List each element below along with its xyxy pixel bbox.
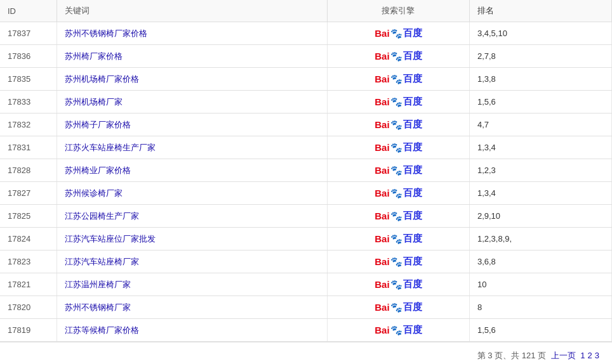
baidu-logo: Bai🐾百度 (335, 141, 462, 153)
baidu-du-text: 百度 (403, 301, 422, 313)
row-rank: 1,5,6 (469, 319, 611, 342)
baidu-du-text: 百度 (403, 119, 422, 131)
row-id: 17821 (0, 273, 57, 296)
keyword-link[interactable]: 江苏等候椅厂家价格 (65, 325, 139, 335)
row-id: 17824 (0, 228, 57, 250)
keyword-link[interactable]: 苏州椅业厂家价格 (65, 166, 131, 175)
keyword-link[interactable]: 江苏汽车站座椅厂家 (65, 257, 139, 266)
baidu-bai-text: Bai (375, 302, 389, 313)
row-rank: 10 (469, 273, 611, 296)
row-keyword[interactable]: 江苏温州座椅厂家 (57, 273, 328, 296)
baidu-paw-icon: 🐾 (390, 302, 402, 313)
row-id: 17819 (0, 319, 57, 342)
row-engine: Bai🐾百度 (327, 45, 469, 68)
page-link-1[interactable]: 1 (580, 351, 585, 360)
keyword-link[interactable]: 苏州不锈钢椅厂家 (65, 302, 131, 312)
row-rank: 1,3,4 (469, 182, 611, 205)
row-keyword[interactable]: 苏州椅业厂家价格 (57, 159, 328, 182)
baidu-paw-icon: 🐾 (390, 211, 402, 222)
baidu-logo: Bai🐾百度 (335, 164, 462, 176)
row-engine: Bai🐾百度 (327, 91, 469, 114)
row-id: 17836 (0, 45, 57, 68)
baidu-paw-icon: 🐾 (390, 51, 402, 62)
baidu-paw-icon: 🐾 (390, 188, 402, 199)
baidu-bai-text: Bai (375, 256, 389, 267)
row-engine: Bai🐾百度 (327, 319, 469, 342)
table-row: 17836苏州椅厂家价格 Bai🐾百度 2,7,8 (0, 45, 612, 68)
row-rank: 8 (469, 296, 611, 319)
row-rank: 3,6,8 (469, 250, 611, 273)
baidu-bai-text: Bai (375, 119, 389, 130)
baidu-paw-icon: 🐾 (390, 256, 402, 268)
table-row: 17821江苏温州座椅厂家 Bai🐾百度 10 (0, 273, 612, 296)
row-rank: 2,9,10 (469, 205, 611, 228)
row-id: 17835 (0, 68, 57, 91)
baidu-du-text: 百度 (403, 73, 422, 85)
keyword-link[interactable]: 苏州不锈钢椅厂家价格 (65, 29, 147, 38)
baidu-du-text: 百度 (403, 256, 422, 268)
row-keyword[interactable]: 苏州椅子厂家价格 (57, 114, 328, 136)
row-keyword[interactable]: 江苏公园椅生产厂家 (57, 205, 328, 228)
table-row: 17824江苏汽车站座位厂家批发 Bai🐾百度 1,2,3,8,9, (0, 228, 612, 250)
page-link-3[interactable]: 3 (595, 351, 599, 360)
baidu-paw-icon: 🐾 (390, 325, 402, 336)
row-engine: Bai🐾百度 (327, 228, 469, 250)
baidu-du-text: 百度 (403, 141, 422, 153)
table-row: 17823江苏汽车站座椅厂家 Bai🐾百度 3,6,8 (0, 250, 612, 273)
row-engine: Bai🐾百度 (327, 22, 469, 45)
keyword-link[interactable]: 苏州候诊椅厂家 (65, 188, 123, 198)
keyword-link[interactable]: 江苏公园椅生产厂家 (65, 211, 139, 221)
baidu-paw-icon: 🐾 (390, 279, 402, 290)
row-rank: 1,3,4 (469, 136, 611, 159)
keyword-link[interactable]: 江苏火车站座椅生产厂家 (65, 143, 156, 152)
pagination-text: 第 3 页、共 121 页 (477, 351, 546, 360)
row-keyword[interactable]: 江苏汽车站座椅厂家 (57, 250, 328, 273)
baidu-logo: Bai🐾百度 (335, 187, 462, 199)
baidu-paw-icon: 🐾 (390, 142, 402, 153)
pagination: 第 3 页、共 121 页 上一页 123 (0, 342, 612, 364)
baidu-logo: Bai🐾百度 (335, 27, 462, 39)
row-rank: 4,7 (469, 114, 611, 136)
row-keyword[interactable]: 苏州椅厂家价格 (57, 45, 328, 68)
baidu-bai-text: Bai (375, 279, 389, 290)
keyword-link[interactable]: 苏州椅子厂家价格 (65, 120, 131, 129)
baidu-logo: Bai🐾百度 (335, 96, 462, 108)
keyword-link[interactable]: 苏州椅厂家价格 (65, 51, 123, 61)
baidu-du-text: 百度 (403, 164, 422, 176)
table-row: 17819江苏等候椅厂家价格 Bai🐾百度 1,5,6 (0, 319, 612, 342)
baidu-bai-text: Bai (375, 233, 389, 244)
keyword-link[interactable]: 苏州机场椅厂家价格 (65, 74, 139, 84)
baidu-logo: Bai🐾百度 (335, 278, 462, 290)
row-id: 17832 (0, 114, 57, 136)
prev-page-link[interactable]: 上一页 (551, 351, 576, 360)
baidu-bai-text: Bai (375, 188, 389, 198)
baidu-bai-text: Bai (375, 211, 389, 221)
row-keyword[interactable]: 苏州不锈钢椅厂家价格 (57, 22, 328, 45)
row-id: 17825 (0, 205, 57, 228)
keyword-link[interactable]: 江苏汽车站座位厂家批发 (65, 234, 156, 244)
row-id: 17837 (0, 22, 57, 45)
table-row: 17837苏州不锈钢椅厂家价格 Bai🐾百度 3,4,5,10 (0, 22, 612, 45)
row-keyword[interactable]: 苏州机场椅厂家 (57, 91, 328, 114)
keyword-link[interactable]: 苏州机场椅厂家 (65, 97, 123, 107)
row-rank: 1,2,3 (469, 159, 611, 182)
row-keyword[interactable]: 江苏火车站座椅生产厂家 (57, 136, 328, 159)
row-keyword[interactable]: 江苏汽车站座位厂家批发 (57, 228, 328, 250)
row-rank: 2,7,8 (469, 45, 611, 68)
page-link-2[interactable]: 2 (588, 351, 592, 360)
row-keyword[interactable]: 苏州不锈钢椅厂家 (57, 296, 328, 319)
row-engine: Bai🐾百度 (327, 182, 469, 205)
row-rank: 1,3,8 (469, 68, 611, 91)
baidu-bai-text: Bai (375, 51, 389, 62)
row-engine: Bai🐾百度 (327, 114, 469, 136)
row-engine: Bai🐾百度 (327, 250, 469, 273)
page-links: 123 (578, 351, 599, 360)
baidu-bai-text: Bai (375, 96, 389, 107)
row-keyword[interactable]: 苏州机场椅厂家价格 (57, 68, 328, 91)
row-keyword[interactable]: 苏州候诊椅厂家 (57, 182, 328, 205)
table-row: 17831江苏火车站座椅生产厂家 Bai🐾百度 1,3,4 (0, 136, 612, 159)
data-table: ID 关键词 搜索引擎 排名 17837苏州不锈钢椅厂家价格 Bai🐾百度 3,… (0, 0, 612, 342)
keyword-link[interactable]: 江苏温州座椅厂家 (65, 280, 131, 289)
main-container: ID 关键词 搜索引擎 排名 17837苏州不锈钢椅厂家价格 Bai🐾百度 3,… (0, 0, 612, 364)
row-keyword[interactable]: 江苏等候椅厂家价格 (57, 319, 328, 342)
